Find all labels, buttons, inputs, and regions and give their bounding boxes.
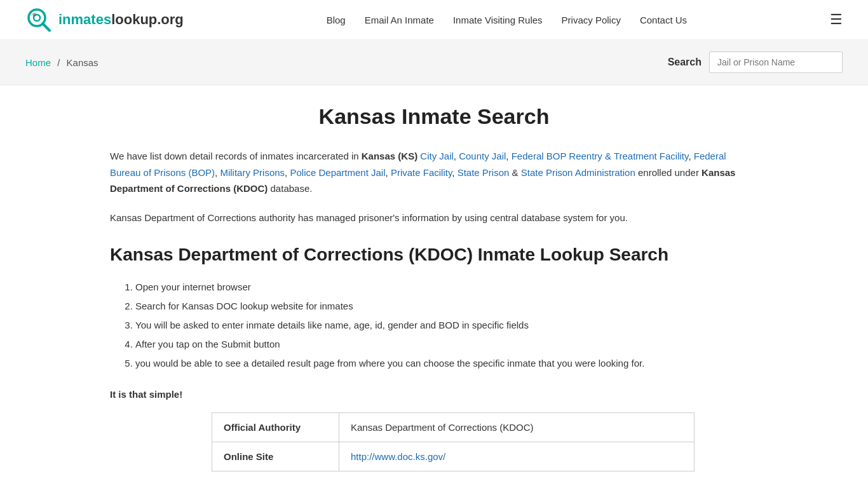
link-private-facility[interactable]: Private Facility: [391, 167, 452, 178]
info-table: Official Authority Kansas Department of …: [212, 412, 695, 471]
navbar: inmateslookup.org Blog Email An Inmate I…: [0, 0, 868, 40]
breadcrumb-current: Kansas: [67, 57, 98, 68]
step-4: After you tap on the Submit button: [135, 335, 758, 354]
breadcrumb: Home / Kansas: [25, 57, 98, 68]
logo-text: inmateslookup.org: [58, 11, 184, 28]
description-text: Kansas Department of Corrections authori…: [110, 210, 758, 226]
link-county-jail[interactable]: County Jail: [459, 151, 506, 161]
online-site-link[interactable]: http://www.doc.ks.gov/: [351, 451, 445, 462]
section-heading: Kansas Department of Corrections (KDOC) …: [110, 245, 758, 265]
step-3: You will be asked to enter inmate detail…: [135, 316, 758, 335]
main-content: Kansas Inmate Search We have list down d…: [85, 85, 783, 488]
table-value-site: http://www.doc.ks.gov/: [339, 442, 695, 471]
svg-point-3: [32, 13, 36, 17]
breadcrumb-bar: Home / Kansas Search: [0, 40, 868, 85]
nav-blog[interactable]: Blog: [327, 15, 346, 25]
svg-line-2: [43, 24, 50, 30]
link-military-prisons[interactable]: Military Prisons: [220, 167, 285, 178]
nav-privacy-policy[interactable]: Privacy Policy: [562, 15, 621, 25]
logo-area[interactable]: inmateslookup.org: [25, 6, 184, 33]
intro-paragraph: We have list down detail records of inma…: [110, 148, 758, 197]
table-row-authority: Official Authority Kansas Department of …: [212, 413, 695, 442]
table-key-authority: Official Authority: [212, 413, 339, 442]
breadcrumb-home[interactable]: Home: [25, 57, 51, 68]
nav-visiting-rules[interactable]: Inmate Visiting Rules: [453, 15, 543, 25]
link-state-prison-admin[interactable]: State Prison Administration: [521, 167, 635, 178]
link-police-dept-jail[interactable]: Police Department Jail: [290, 167, 385, 178]
search-input[interactable]: [709, 51, 843, 73]
search-area: Search: [668, 51, 843, 73]
step-1: Open your internet browser: [135, 278, 758, 297]
link-city-jail[interactable]: City Jail: [420, 151, 454, 161]
logo-icon: [25, 6, 52, 33]
step-2: Search for Kansas DOC lookup website for…: [135, 297, 758, 316]
table-row-site: Online Site http://www.doc.ks.gov/: [212, 442, 695, 471]
simple-label: It is that simple!: [110, 389, 758, 400]
breadcrumb-separator: /: [57, 57, 60, 68]
step-5: you would be able to see a detailed resu…: [135, 354, 758, 373]
nav-contact-us[interactable]: Contact Us: [640, 15, 687, 25]
table-value-authority: Kansas Department of Corrections (KDOC): [339, 413, 695, 442]
search-label: Search: [668, 57, 702, 68]
hamburger-icon[interactable]: ☰: [830, 11, 843, 28]
link-federal-bop-reentry[interactable]: Federal BOP Reentry & Treatment Facility: [512, 151, 689, 161]
page-title: Kansas Inmate Search: [110, 104, 758, 129]
steps-list: Open your internet browser Search for Ka…: [110, 278, 758, 373]
table-key-site: Online Site: [212, 442, 339, 471]
nav-email-inmate[interactable]: Email An Inmate: [365, 15, 434, 25]
nav-links: Blog Email An Inmate Inmate Visiting Rul…: [327, 15, 687, 25]
link-state-prison[interactable]: State Prison: [458, 167, 510, 178]
